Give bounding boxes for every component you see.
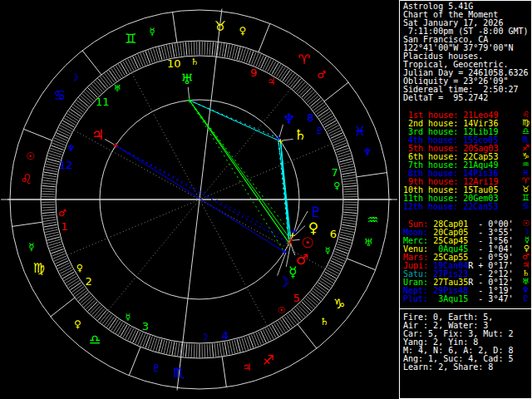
house-ruler-glyph-10: ♄ <box>190 57 199 67</box>
astrolog-window: ☉☽☿♀♂♃♄♅♆♇1♂2♀3☿4☽5☉6☿7♀8♇9♃10♄11♅12♆♈♂♉… <box>0 0 532 399</box>
sign-glyph-sagittarius: ♐ <box>263 352 274 368</box>
planet-icon: ♇ <box>522 294 530 303</box>
sign-ruler-glyph-capricorn: ♄ <box>320 316 329 328</box>
sign-glyph-taurus: ♉ <box>214 18 226 34</box>
sign-ruler-glyph-aries: ♂ <box>317 69 326 81</box>
house-ruler-glyph-11: ♅ <box>114 83 122 94</box>
planet-glyph-neptune: ♆ <box>283 111 295 127</box>
house-number-11: 11 <box>96 96 110 108</box>
sign-glyph-virgo: ♍ <box>33 260 45 276</box>
house-number-12: 12 <box>59 159 73 171</box>
house-ruler-glyph-9: ♃ <box>267 76 275 87</box>
header-line-11: DeltaT = 95.2742 <box>403 94 488 102</box>
house-number-2: 2 <box>86 275 92 288</box>
house-number-9: 9 <box>250 66 257 79</box>
zodiac-sign-icon: ♋ <box>522 202 530 210</box>
house-number-6: 6 <box>330 228 337 240</box>
sign-ruler-glyph-leo: ☉ <box>26 150 35 162</box>
house-ruler-glyph-7: ♀ <box>333 180 340 191</box>
house-row: 12th house: 22Can53♋ <box>403 203 531 211</box>
planet-label: Plut: <box>403 294 428 303</box>
planet-glyph-jupiter: ♃ <box>91 126 104 143</box>
house-ruler-glyph-4: ☽ <box>200 332 209 342</box>
sign-ruler-glyph-scorpio: ♇ <box>152 362 161 374</box>
sign-glyph-cancer: ♋ <box>54 87 66 103</box>
house-number-3: 3 <box>142 320 149 332</box>
sign-ruler-glyph-libra: ♀ <box>74 318 81 330</box>
planet-motion: - 3°47' <box>473 294 513 303</box>
sign-ruler-glyph-sagittarius: ♃ <box>242 362 251 373</box>
panel-divider <box>400 308 532 309</box>
house-number-4: 4 <box>222 329 229 342</box>
planet-position: 3Aqu15 <box>428 294 468 303</box>
sign-ruler-glyph-gemini: ☿ <box>149 26 155 37</box>
sign-glyph-leo: ♌ <box>20 171 32 187</box>
house-number-5: 5 <box>293 292 299 304</box>
sign-glyph-aquarius: ♒ <box>367 212 378 228</box>
house-ruler-glyph-6: ☿ <box>325 245 331 256</box>
house-ruler-glyph-1: ♂ <box>58 208 66 219</box>
planet-glyph-saturn: ♄ <box>293 126 306 143</box>
house-number-7: 7 <box>332 166 338 179</box>
stats-line-6: Learn: 2, Share: 8 <box>403 363 493 372</box>
sign-glyph-scorpio: ♏ <box>173 365 185 381</box>
sign-ruler-glyph-cancer: ☽ <box>70 71 79 83</box>
sign-glyph-libra: ♎ <box>89 332 101 347</box>
info-panel: Astrolog 5.41GChart of the MomentSat Jan… <box>399 0 532 399</box>
sign-glyph-pisces: ♓ <box>354 123 366 139</box>
house-ruler-glyph-2: ♀ <box>76 263 83 273</box>
house-label: 12th house: <box>403 202 458 211</box>
wheel-svg: ☉☽☿♀♂♃♄♅♆♇1♂2♀3☿4☽5☉6☿7♀8♇9♃10♄11♅12♆♈♂♉… <box>0 0 399 399</box>
house-ruler-glyph-5: ☉ <box>278 305 286 316</box>
house-ruler-glyph-8: ♇ <box>315 126 323 136</box>
sign-glyph-capricorn: ♑ <box>333 296 345 312</box>
sign-glyph-aries: ♈ <box>298 52 310 67</box>
house-ruler-glyph-3: ☿ <box>125 312 131 323</box>
house-ruler-glyph-12: ♆ <box>67 143 76 154</box>
planet-glyph-sun: ☉ <box>301 234 313 251</box>
sign-ruler-glyph-pisces: ♆ <box>363 146 372 158</box>
planet-glyph-mars: ♂ <box>296 251 308 268</box>
house-value: 22Can53 <box>458 202 498 211</box>
planet-glyph-venus: ♀ <box>308 219 318 236</box>
chart-wheel: ☉☽☿♀♂♃♄♅♆♇1♂2♀3☿4☽5☉6☿7♀8♇9♃10♄11♅12♆♈♂♉… <box>0 0 399 399</box>
house-number-1: 1 <box>61 220 67 233</box>
planet-glyph-uranus: ♅ <box>181 71 194 87</box>
house-number-10: 10 <box>167 57 181 70</box>
house-number-8: 8 <box>307 111 313 124</box>
sign-ruler-glyph-virgo: ☿ <box>28 241 34 253</box>
planet-glyph-pluto: ♇ <box>310 204 323 220</box>
sign-glyph-gemini: ♊ <box>125 31 136 47</box>
sign-ruler-glyph-aquarius: ♅ <box>364 237 373 249</box>
sign-ruler-glyph-taurus: ♀ <box>239 25 246 37</box>
planet-row: Plut: 3Aqu15 - 3°47'♇ <box>403 295 531 303</box>
